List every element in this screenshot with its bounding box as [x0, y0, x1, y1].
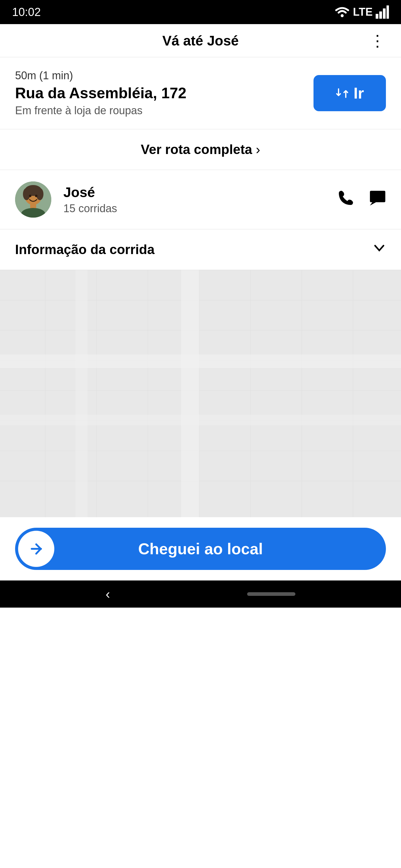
call-button[interactable] — [338, 190, 354, 210]
svg-point-9 — [29, 195, 31, 197]
svg-rect-15 — [0, 270, 401, 517]
view-route-label: Ver rota completa — [141, 142, 252, 157]
bottom-cta: Cheguei ao local — [0, 517, 401, 581]
route-distance: 50m (1 min) — [15, 69, 314, 82]
svg-rect-31 — [181, 270, 199, 517]
chevron-down-icon — [373, 241, 386, 258]
navigation-bar: ‹ — [0, 581, 401, 608]
route-address: Rua da Assembléia, 172 — [15, 84, 314, 102]
route-swap-icon — [336, 87, 349, 100]
svg-rect-30 — [0, 354, 401, 368]
driver-rides: 15 corridas — [63, 202, 325, 215]
svg-rect-1 — [379, 11, 382, 19]
route-landmark: Em frente à loja de roupas — [15, 104, 314, 117]
svg-point-8 — [36, 188, 44, 200]
route-info: 50m (1 min) Rua da Assembléia, 172 Em fr… — [15, 69, 314, 117]
go-button-label: Ir — [354, 84, 364, 102]
driver-name: José — [63, 184, 325, 200]
map-area — [0, 270, 401, 517]
svg-point-10 — [35, 195, 37, 197]
message-button[interactable] — [369, 190, 386, 210]
arrived-button[interactable]: Cheguei ao local — [15, 528, 386, 570]
arrived-button-handle — [18, 531, 54, 567]
page-title: Vá até José — [162, 33, 239, 49]
home-indicator[interactable] — [247, 592, 295, 596]
more-options-button[interactable]: ⋮ — [370, 33, 386, 49]
driver-avatar — [15, 181, 51, 218]
signal-icon — [376, 5, 389, 19]
driver-info: José 15 corridas — [63, 184, 325, 215]
svg-rect-32 — [76, 270, 87, 517]
view-route-arrow-icon: › — [256, 142, 260, 157]
driver-actions — [338, 190, 386, 210]
wifi-icon — [334, 5, 350, 19]
svg-marker-14 — [370, 202, 376, 206]
arrived-button-label: Cheguei ao local — [15, 540, 386, 558]
svg-point-7 — [23, 188, 30, 200]
status-icons: LTE — [334, 5, 389, 19]
svg-rect-0 — [376, 14, 378, 19]
driver-section: José 15 corridas — [0, 170, 401, 229]
lte-label: LTE — [353, 6, 373, 19]
svg-rect-13 — [370, 191, 385, 202]
app-header: Vá até José ⋮ — [0, 24, 401, 57]
svg-rect-3 — [386, 5, 389, 19]
svg-rect-33 — [0, 415, 401, 425]
go-button[interactable]: Ir — [314, 75, 386, 111]
back-button[interactable]: ‹ — [106, 587, 110, 601]
route-section: 50m (1 min) Rua da Assembléia, 172 Em fr… — [0, 57, 401, 129]
info-title: Informação da corrida — [15, 242, 154, 257]
status-time: 10:02 — [12, 6, 41, 19]
view-route-section[interactable]: Ver rota completa › — [0, 129, 401, 170]
info-section[interactable]: Informação da corrida — [0, 229, 401, 270]
svg-rect-2 — [383, 8, 385, 19]
status-bar: 10:02 LTE — [0, 0, 401, 24]
